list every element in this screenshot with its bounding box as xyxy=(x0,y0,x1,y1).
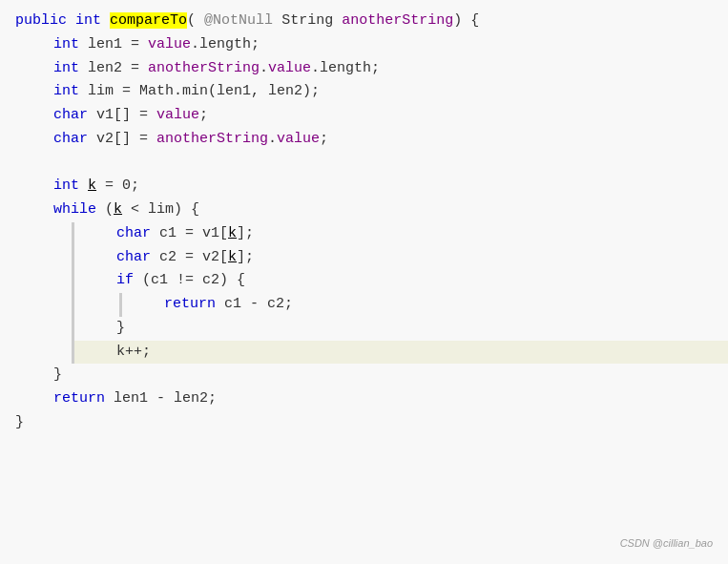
keyword-char-4: char xyxy=(116,249,151,265)
code-line-5: char v1[] = value; xyxy=(15,104,713,128)
while-bar: char c1 = v1[k]; char c2 = v2[k]; if (c1… xyxy=(72,222,713,365)
code-line-11: char c2 = v2[k]; xyxy=(74,246,713,270)
keyword-char-3: char xyxy=(116,225,151,241)
code-line-15: k++; xyxy=(74,341,728,365)
keyword-char-2: char xyxy=(53,131,88,147)
while-block: char c1 = v1[k]; char c2 = v2[k]; if (c1… xyxy=(15,222,713,365)
code-line-13: return c1 - c2; xyxy=(122,293,713,317)
var-value-4: value xyxy=(277,131,320,147)
watermark: CSDN @cillian_bao xyxy=(620,535,713,553)
if-bar: return c1 - c2; xyxy=(119,293,713,317)
var-k-while: k xyxy=(114,201,122,218)
param-anotherstring: anotherString xyxy=(342,12,453,29)
var-anotherstring-2: anotherString xyxy=(156,131,268,147)
keyword-public: public xyxy=(15,12,67,29)
paren-open: ( xyxy=(187,12,196,29)
keyword-int-2: int xyxy=(53,36,79,52)
signature-end: ) { xyxy=(453,12,479,29)
code-line-9-wrapper: while (k < lim) { xyxy=(15,198,713,222)
annotation-notnull: @NotNull xyxy=(204,12,273,29)
var-k-v1: k xyxy=(228,225,237,241)
keyword-return-1: return xyxy=(164,296,216,312)
code-line-3: int len2 = anotherString.value.length; xyxy=(15,57,713,81)
keyword-int-5: int xyxy=(53,178,79,194)
keyword-int-3: int xyxy=(53,60,79,76)
code-line-9: while (k < lim) { xyxy=(15,198,199,222)
keyword-while: while xyxy=(53,201,96,218)
keyword-int-1: int xyxy=(75,12,101,29)
code-line-12: if (c1 != c2) { xyxy=(74,269,713,293)
type-string: String xyxy=(281,12,333,29)
var-k: k xyxy=(88,178,96,194)
code-line-4: int lim = Math.min(len1, len2); xyxy=(15,80,713,104)
code-container: public int compareTo( @NotNull String an… xyxy=(0,0,728,564)
keyword-int-4: int xyxy=(53,83,79,99)
var-value-1: value xyxy=(148,36,191,52)
code-line-16: } xyxy=(15,364,713,387)
while-indent-space xyxy=(15,222,72,365)
code-line-17: return len1 - len2; xyxy=(15,387,713,411)
code-line-6: char v2[] = anotherString.value; xyxy=(15,128,713,152)
var-value-3: value xyxy=(156,107,199,123)
code-line-18: } xyxy=(15,411,713,435)
code-line-1: public int compareTo( @NotNull String an… xyxy=(15,10,713,33)
keyword-return-2: return xyxy=(53,390,105,407)
var-value-2: value xyxy=(268,60,311,76)
code-line-14: } xyxy=(74,317,713,341)
var-k-v2: k xyxy=(228,249,237,265)
code-line-2: int len1 = value.length; xyxy=(15,33,713,57)
code-line-7 xyxy=(15,152,713,176)
if-block: return c1 - c2; xyxy=(74,293,713,317)
keyword-char-1: char xyxy=(53,107,88,123)
method-name: compareTo xyxy=(110,12,187,29)
if-indent-space xyxy=(74,293,119,317)
keyword-if: if xyxy=(116,272,134,288)
code-line-8: int k = 0; xyxy=(15,175,713,198)
var-anotherstring-1: anotherString xyxy=(148,60,260,76)
code-line-10: char c1 = v1[k]; xyxy=(74,222,713,246)
